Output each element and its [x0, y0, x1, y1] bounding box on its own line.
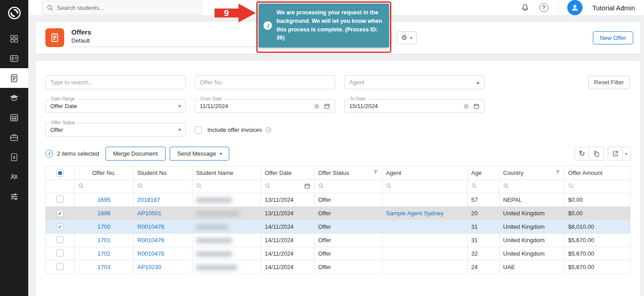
date-range-select[interactable]: Date Range Offer Date ▾	[45, 99, 186, 113]
offer-no-link[interactable]: 1701	[97, 237, 110, 244]
column-header-offer-no[interactable]: Offer No.	[74, 166, 134, 180]
student-no-link[interactable]: R0010476	[137, 223, 164, 230]
grid-tools: ↻	[574, 147, 631, 161]
sidebar-item-dashboard[interactable]	[0, 29, 28, 48]
from-date-field[interactable]: From Date 11/11/2024 ⊗	[195, 99, 335, 113]
student-no-cell: R0010478	[134, 247, 193, 261]
refresh-button[interactable]: ↻	[574, 147, 589, 161]
student-no-cell: R0010476	[134, 220, 193, 234]
student-search[interactable]	[42, 1, 202, 15]
column-header-country[interactable]: Country	[499, 166, 565, 180]
row-checkbox[interactable]	[57, 236, 64, 243]
table-row[interactable]: 1696 AP10501 13/11/2024 Offer Sample Age…	[46, 207, 631, 220]
filter-cell-offer-amount[interactable]	[565, 180, 631, 193]
filter-cell-offer-status[interactable]	[315, 180, 382, 193]
column-header-agent[interactable]: Agent	[382, 166, 468, 180]
reset-filter-button[interactable]: Reset Filter	[588, 76, 630, 89]
offer-status-select[interactable]: Offer Status Offer ▾	[45, 123, 186, 137]
column-header-offer-amount[interactable]: Offer Amount	[565, 166, 631, 180]
row-checkbox[interactable]	[57, 249, 64, 257]
row-checkbox[interactable]	[57, 196, 64, 203]
row-checkbox[interactable]	[57, 263, 64, 270]
filter-cell-offer-date[interactable]	[261, 180, 315, 193]
student-no-link[interactable]: AP10501	[137, 210, 162, 217]
offer-no-field[interactable]	[195, 75, 335, 89]
agent-select[interactable]: Agent ▸	[344, 75, 485, 89]
sidebar-item-offers[interactable]	[0, 68, 28, 88]
sidebar-item-invoices[interactable]: $	[0, 147, 28, 167]
column-header-student-no[interactable]: Student No.	[134, 166, 193, 180]
column-header-select[interactable]	[46, 166, 74, 180]
include-invoices-checkbox[interactable]	[195, 126, 202, 134]
chevron-down-icon: ▾	[178, 103, 181, 109]
sidebar-item-students[interactable]	[0, 48, 28, 68]
student-no-link[interactable]: AP10230	[137, 264, 162, 270]
export-options-button[interactable]: ▾	[622, 147, 631, 161]
table-row[interactable]: 1703 AP10230 14/11/2024 Offer 24 UAE $5,…	[46, 261, 631, 274]
clear-icon[interactable]: ⊗	[314, 103, 320, 109]
agent-cell	[382, 247, 468, 261]
filter-cell-age[interactable]	[468, 180, 499, 193]
filter-cell-country[interactable]	[499, 180, 565, 193]
offer-status-cell: Offer	[315, 207, 382, 220]
new-offer-button[interactable]: New Offer	[593, 31, 633, 44]
calendar-icon[interactable]	[473, 103, 480, 109]
table-row[interactable]: 1702 R0010478 14/11/2024 Offer 32 United…	[46, 247, 631, 261]
sidebar-item-agents[interactable]	[0, 167, 28, 187]
send-message-label: Send Message	[177, 150, 216, 157]
clear-icon[interactable]: ⊗	[463, 103, 469, 109]
filter-funnel-icon[interactable]	[373, 170, 378, 176]
notifications-button[interactable]	[520, 3, 530, 13]
offer-date-cell: 13/11/2024	[261, 207, 315, 220]
sidebar-item-services[interactable]	[0, 127, 28, 147]
table-row[interactable]: 1700 R0010476 14/11/2024 Offer 31 United…	[46, 220, 631, 234]
offer-no-link[interactable]: 1702	[97, 250, 110, 257]
merge-document-button[interactable]: Merge Document	[105, 147, 166, 161]
filter-funnel-icon[interactable]	[555, 170, 561, 176]
copy-button[interactable]	[589, 147, 604, 161]
table-row[interactable]: 1701 R0010476 14/11/2024 Offer 31 United…	[46, 234, 631, 247]
export-button[interactable]	[608, 147, 622, 161]
offer-no-link[interactable]: 1700	[97, 223, 110, 230]
send-message-button[interactable]: Send Message ▾	[170, 147, 230, 161]
column-header-age[interactable]: Age	[468, 166, 499, 180]
filter-cell-offer-no[interactable]	[74, 180, 134, 193]
offer-no-link[interactable]: 1695	[97, 196, 110, 203]
calendar-icon[interactable]	[304, 183, 311, 191]
row-checkbox[interactable]	[57, 210, 64, 217]
user-avatar[interactable]	[567, 0, 583, 15]
offer-no-input[interactable]	[200, 79, 330, 86]
app-logo[interactable]	[0, 0, 28, 26]
quick-search-input[interactable]	[50, 79, 181, 86]
quick-search-field[interactable]	[45, 75, 186, 89]
offer-no-link[interactable]: 1696	[97, 210, 110, 217]
toast-message: We are processing your request in the ba…	[276, 9, 382, 41]
sidebar-item-courses[interactable]	[0, 88, 28, 108]
view-settings-button[interactable]: ⚙ ▾	[397, 31, 416, 44]
table-row[interactable]: 1695 2018187 13/11/2024 Offer 57 NEPAL $…	[46, 193, 631, 207]
student-no-link[interactable]: R0010478	[137, 250, 164, 257]
to-date-field[interactable]: To Date 15/11/2024 ⊗	[344, 99, 485, 113]
student-no-link[interactable]: 2018187	[137, 196, 160, 203]
student-name-blurred	[196, 211, 239, 216]
date-range-value: Offer Date	[50, 103, 77, 109]
row-checkbox[interactable]	[57, 223, 64, 231]
row-select-cell	[46, 193, 74, 207]
offer-no-link[interactable]: 1703	[97, 264, 110, 270]
column-header-student-name[interactable]: Student Name	[193, 166, 261, 180]
help-button[interactable]: ?	[539, 3, 549, 13]
sidebar-item-settings[interactable]	[0, 187, 28, 206]
column-header-offer-status[interactable]: Offer Status	[315, 166, 382, 180]
student-search-input[interactable]	[57, 4, 197, 11]
agent-link[interactable]: Sample Agent Sydney	[386, 210, 443, 217]
calendar-icon[interactable]	[324, 103, 330, 109]
filter-cell-student-name[interactable]	[193, 180, 261, 193]
from-date-value: 11/11/2024	[200, 103, 228, 109]
filter-cell-student-no[interactable]	[134, 180, 193, 193]
column-header-offer-date[interactable]: Offer Date	[261, 166, 315, 180]
sidebar-item-timetables[interactable]	[0, 108, 28, 127]
toast-notification[interactable]: i We are processing your request in the …	[258, 4, 389, 48]
filter-cell-agent[interactable]	[382, 180, 468, 193]
select-all-checkbox[interactable]	[57, 170, 64, 177]
student-no-link[interactable]: R0010476	[137, 237, 164, 244]
